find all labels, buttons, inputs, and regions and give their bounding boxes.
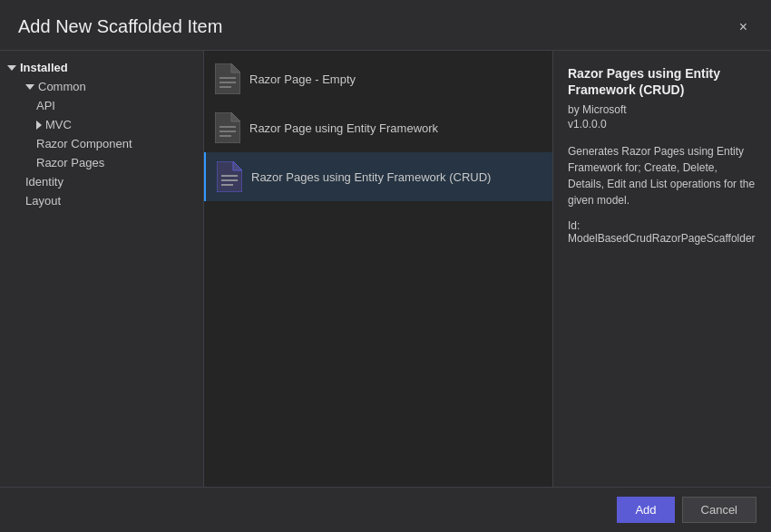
expand-icon-mvc <box>36 121 42 130</box>
title-bar: Add New Scaffolded Item × <box>0 0 771 51</box>
sidebar-item-mvc[interactable]: MVC <box>0 115 203 134</box>
sidebar-item-layout[interactable]: Layout <box>0 191 203 210</box>
svg-marker-11 <box>233 161 242 170</box>
expand-icon-installed <box>7 65 16 71</box>
expand-icon-common <box>25 84 34 90</box>
list-item-label-razor-page-ef: Razor Page using Entity Framework <box>249 121 438 135</box>
file-icon-razor-page-ef <box>215 112 240 143</box>
file-icon-razor-pages-ef-crud <box>217 161 242 192</box>
sidebar: Installed Common API MVC Razor Component <box>0 51 204 487</box>
list-item-label-razor-page-empty: Razor Page - Empty <box>249 73 356 86</box>
main-list: Razor Page - Empty Razor Page using Enti… <box>204 51 553 487</box>
add-button[interactable]: Add <box>617 497 674 523</box>
detail-version: v1.0.0.0 <box>568 118 756 131</box>
list-item-razor-page-empty[interactable]: Razor Page - Empty <box>204 54 552 103</box>
sidebar-item-installed[interactable]: Installed <box>0 58 203 77</box>
file-icon-razor-page-empty <box>215 63 240 94</box>
list-item-label-razor-pages-ef-crud: Razor Pages using Entity Framework (CRUD… <box>251 170 491 184</box>
content-area: Installed Common API MVC Razor Component <box>0 51 771 487</box>
sidebar-item-common[interactable]: Common <box>0 77 203 96</box>
cancel-button[interactable]: Cancel <box>682 497 756 523</box>
list-item-razor-page-ef[interactable]: Razor Page using Entity Framework <box>204 103 552 152</box>
detail-id: Id: ModelBasedCrudRazorPageScaffolder <box>568 219 756 245</box>
list-item-razor-pages-ef-crud[interactable]: Razor Pages using Entity Framework (CRUD… <box>204 152 552 201</box>
sidebar-item-razor-component[interactable]: Razor Component <box>0 134 203 153</box>
detail-title: Razor Pages using Entity Framework (CRUD… <box>568 65 756 98</box>
dialog-title: Add New Scaffolded Item <box>18 16 222 37</box>
footer: Add Cancel <box>0 487 771 532</box>
detail-panel: Razor Pages using Entity Framework (CRUD… <box>553 51 771 487</box>
svg-marker-6 <box>231 112 240 121</box>
detail-description: Generates Razor Pages using Entity Frame… <box>568 143 756 208</box>
detail-author: by Microsoft <box>568 103 756 116</box>
sidebar-item-razor-pages[interactable]: Razor Pages <box>0 153 203 172</box>
sidebar-item-api[interactable]: API <box>0 96 203 115</box>
sidebar-item-identity[interactable]: Identity <box>0 172 203 191</box>
close-button[interactable]: × <box>734 18 753 36</box>
svg-marker-1 <box>231 63 240 73</box>
dialog: Add New Scaffolded Item × Installed Comm… <box>0 0 771 532</box>
